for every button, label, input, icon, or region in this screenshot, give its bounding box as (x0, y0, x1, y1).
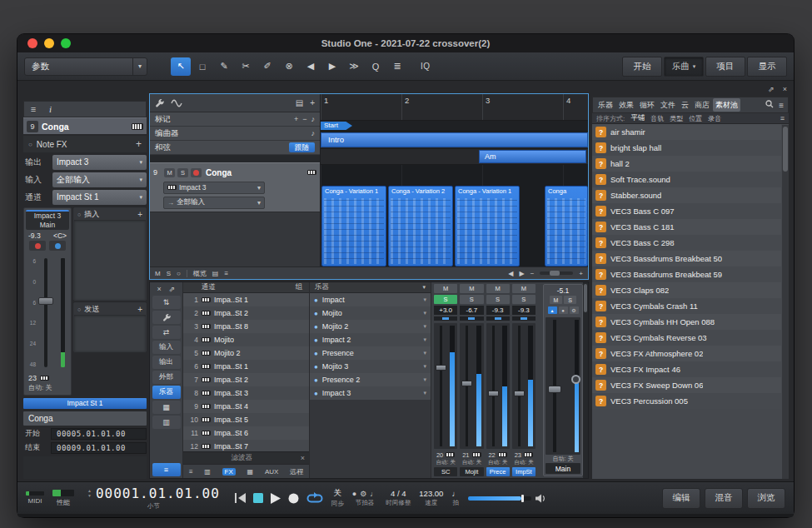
add-send-button[interactable]: + (137, 305, 142, 314)
toolbar-tool[interactable]: ✂ (236, 57, 256, 76)
remove-marker-button[interactable]: − (302, 115, 306, 123)
remote-toggle[interactable]: 远程 (290, 467, 303, 476)
stop-button[interactable] (253, 493, 263, 503)
overview-toggle[interactable]: 概览 (193, 269, 207, 278)
strip-volume-readout[interactable]: +3.0 (434, 306, 457, 315)
pool-file-row[interactable]: ? VEC3 Percussion 005 (592, 393, 781, 409)
main-fader-cap[interactable] (548, 386, 561, 393)
automation-mode[interactable]: 自动: 关 (26, 383, 69, 393)
swap-icon[interactable]: ⇄ (152, 326, 181, 339)
channel-list-row[interactable]: 1 Impa..St 1 (183, 293, 309, 306)
chevron-down-icon[interactable]: ▾ (422, 284, 431, 291)
footer-solo-button[interactable]: S (167, 270, 171, 277)
power-icon[interactable]: ○ (177, 270, 181, 277)
strip-automation-mode[interactable]: 自动: 关 (486, 459, 510, 466)
strip-pan-control[interactable] (434, 316, 457, 321)
event-name[interactable]: Conga (23, 411, 147, 426)
monitor-icon[interactable]: ▴ (548, 306, 557, 314)
strip-solo-button[interactable]: S (486, 295, 510, 304)
channel-strip[interactable]: M S -9.3 23 自动: 关 ImpSt (512, 284, 536, 476)
track-solo-button[interactable]: S (177, 168, 188, 177)
start-marker[interactable]: Start (321, 122, 352, 130)
pool-file-row[interactable]: ? VEC3 FX Impact 46 (592, 361, 781, 377)
tempo-field[interactable]: 123.00 速度 (419, 489, 443, 507)
strip-volume-readout[interactable]: -9.3 (512, 306, 536, 315)
mixer-scrollbar[interactable] (583, 282, 588, 478)
time-display[interactable]: ▲▼ 00001.01.01.00 小节 (87, 486, 220, 511)
sync-toggle[interactable]: 关 同步 (331, 488, 344, 508)
fader-cap[interactable] (436, 365, 446, 371)
fader-cap[interactable] (38, 297, 53, 305)
pool-file-row[interactable]: ? hall 2 (592, 156, 781, 172)
channel-list-row[interactable]: 2 Impa..St 2 (183, 306, 309, 320)
track-header[interactable]: 9 M S Conga Impact 3 ▾ (150, 162, 320, 212)
io-toggle-icon[interactable]: ⇅ (152, 296, 181, 309)
instrument-row[interactable]: ● Impact 3 ▾ (310, 386, 431, 400)
view-button[interactable]: 浏览 (747, 488, 785, 509)
pool-file-row[interactable]: ? VEC3 Claps 082 (592, 282, 781, 298)
power-icon[interactable]: ● (314, 390, 318, 397)
menu-icon[interactable]: ≡ (780, 114, 785, 122)
browser-tab[interactable]: 商店 (692, 98, 712, 112)
pool-file-row[interactable]: ? air shamir (592, 124, 781, 140)
fader-cap[interactable] (488, 391, 499, 396)
params-dropdown[interactable]: 参数 ▾ (24, 57, 147, 76)
menu-icon[interactable]: ≡ (777, 101, 785, 110)
playhead-position[interactable]: 00001.01.01.00 (96, 486, 220, 501)
fader-cap[interactable] (461, 381, 472, 386)
strip-name[interactable]: SC (434, 467, 457, 476)
midi-clip[interactable]: Conga - Variation 1 (321, 186, 386, 266)
event-end-value[interactable]: 00009.01.01.00 (51, 442, 147, 454)
markers-lane[interactable]: 标记 + − ♪ (150, 112, 320, 127)
power-icon[interactable]: ○ (77, 212, 81, 217)
cue-knob[interactable] (571, 375, 580, 384)
clip-lane[interactable]: Conga - Variation 1 Conga - Variation 2 … (321, 165, 588, 266)
track-instrument-dropdown[interactable]: Impact 3 ▾ (163, 182, 265, 194)
pool-file-row[interactable]: ? VEC3 Cymbals Crash 11 (592, 298, 781, 314)
metronome-volume-icon[interactable]: ● (352, 490, 356, 498)
sends-list[interactable] (74, 315, 146, 351)
add-insert-button[interactable]: + (137, 210, 142, 219)
performance-monitor[interactable]: 性能 (52, 490, 74, 507)
strip-fader-zone[interactable] (434, 323, 457, 449)
power-icon[interactable]: ○ (28, 141, 32, 148)
strip-automation-mode[interactable]: 自动: 关 (512, 459, 536, 466)
track-record-arm-button[interactable] (191, 168, 202, 177)
timeline-ruler[interactable]: 1234 (321, 94, 588, 121)
toolbar-view-button[interactable]: 开始 (622, 57, 662, 77)
toolbar-view-button[interactable]: 乐曲▾ (664, 57, 704, 77)
chords-lane[interactable]: 和弦 跟随 (150, 141, 320, 155)
time-signature-field[interactable]: 4 / 4 时间修整 (386, 489, 411, 507)
power-icon[interactable]: ● (314, 336, 318, 344)
view-button[interactable]: 混音 (705, 488, 743, 509)
strip-solo-button[interactable]: S (512, 295, 536, 304)
channel-list-row[interactable]: 11 Impa..St 6 (183, 426, 309, 440)
browser-tab[interactable]: 云 (679, 98, 691, 112)
toolbar-tool[interactable]: ⊗ (279, 57, 299, 76)
pool-file-row[interactable]: ? bright slap hall (592, 140, 781, 156)
sort-by-location[interactable]: 位置 (689, 114, 702, 123)
param-dropdown[interactable]: Impact St 1 ▾ (52, 190, 147, 205)
instrument-row[interactable]: ● Impact 2 ▾ (310, 333, 431, 346)
pool-file-row[interactable]: ? VEC3 Bassdrums Breakbeat 59 (592, 266, 781, 282)
main-fader-zone[interactable] (545, 317, 580, 455)
instrument-row[interactable]: ● Impact ▾ (310, 293, 431, 306)
channel-list-row[interactable]: 7 Impa..St 2 (183, 373, 309, 386)
mixer-outputs-button[interactable]: 输出 (152, 356, 181, 369)
channel-list-row[interactable]: 10 Impa..St 5 (183, 413, 309, 426)
instrument-row[interactable]: ● Mojito ▾ (310, 306, 431, 320)
browser-scrollbar[interactable] (782, 125, 789, 479)
browser-tab[interactable]: 循环 (637, 98, 657, 112)
event-start-value[interactable]: 00005.01.01.00 (51, 428, 147, 440)
list-icon[interactable]: ▤ (212, 270, 219, 277)
inspector-track-row[interactable]: 9 Conga (23, 117, 147, 134)
pool-file-row[interactable]: ? Stabber.sound (592, 187, 781, 203)
instrument-row[interactable]: ● Presence 2 ▾ (310, 373, 431, 386)
sort-by-type[interactable]: 类型 (670, 114, 683, 123)
strip-mute-button[interactable]: M (512, 284, 536, 293)
midi-clip[interactable]: Conga (545, 186, 588, 266)
instrument-row[interactable]: ● Mojito 2 ▾ (310, 320, 431, 333)
main-volume-readout[interactable]: -5.1 (545, 286, 580, 296)
strip-name[interactable]: ImpSt (512, 467, 536, 476)
track-input-dropdown[interactable]: → 全部输入 ▾ (163, 197, 265, 209)
